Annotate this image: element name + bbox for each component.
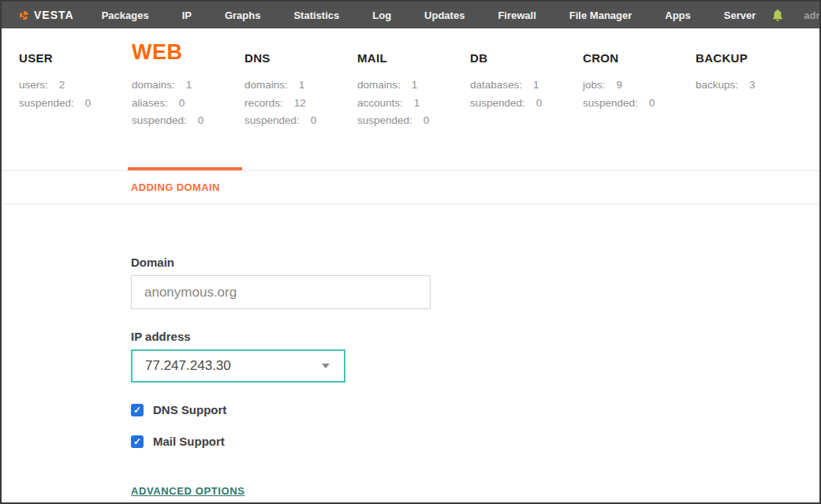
- vesta-control-panel-window: VESTA Packages IP Graphs Statistics Log …: [0, 0, 821, 504]
- stats-panel-backup: BACKUP backups:3: [696, 28, 808, 170]
- mail-support-checkbox[interactable]: [131, 435, 144, 448]
- stats-panel-dns-title[interactable]: DNS: [244, 51, 271, 65]
- ip-address-field-label: IP address: [131, 330, 819, 343]
- nav-item-server[interactable]: Server: [707, 9, 772, 21]
- stats-panel-dns: DNS domains:1 records:12 suspended:0: [244, 28, 357, 170]
- stats-panel-db-title[interactable]: DB: [470, 51, 487, 65]
- add-domain-form: Domain IP address 77.247.243.30 DNS Supp…: [2, 204, 819, 498]
- nav-item-firewall[interactable]: Firewall: [481, 9, 552, 21]
- top-navbar: VESTA Packages IP Graphs Statistics Log …: [2, 2, 819, 28]
- stats-panel-backup-title[interactable]: BACKUP: [696, 51, 748, 65]
- stat-row: suspended:0: [244, 112, 357, 130]
- stat-row: domains:1: [132, 77, 244, 95]
- brand-name: VESTA: [34, 9, 74, 21]
- dns-support-checkbox[interactable]: [131, 404, 144, 416]
- stat-row: suspended:0: [357, 112, 470, 130]
- stats-panel-cron-title[interactable]: CRON: [583, 51, 618, 65]
- stats-panel-web-title[interactable]: WEB: [132, 40, 183, 65]
- stat-row: suspended:0: [470, 95, 583, 113]
- stat-row: aliases:0: [132, 95, 244, 113]
- stat-row: suspended:0: [132, 112, 244, 130]
- nav-item-admin-user[interactable]: admin: [804, 9, 821, 21]
- page-tabbar: ADDING DOMAIN: [2, 171, 819, 204]
- stat-row: jobs:9: [583, 77, 696, 95]
- vesta-brand[interactable]: VESTA: [20, 9, 74, 21]
- nav-item-statistics[interactable]: Statistics: [277, 9, 356, 21]
- chevron-down-icon: [322, 364, 330, 368]
- stat-row: databases:1: [470, 77, 583, 95]
- stat-row: users:2: [19, 77, 132, 95]
- stat-row: suspended:0: [19, 95, 132, 113]
- nav-menu: Packages IP Graphs Statistics Log Update…: [85, 9, 773, 21]
- stats-panel-mail-title[interactable]: MAIL: [357, 51, 387, 65]
- stat-row: suspended:0: [583, 95, 696, 113]
- stat-row: accounts:1: [357, 95, 470, 113]
- navbar-right-group: admin Log out: [772, 3, 821, 27]
- stats-panel-db: DB databases:1 suspended:0: [470, 28, 583, 170]
- stat-row: backups:3: [696, 77, 808, 95]
- domain-input[interactable]: [131, 275, 431, 309]
- notifications-bell-icon[interactable]: [772, 9, 783, 21]
- nav-item-log[interactable]: Log: [356, 9, 408, 21]
- stats-panel-user: USER users:2 suspended:0: [19, 28, 132, 170]
- stats-panel-cron: CRON jobs:9 suspended:0: [583, 28, 696, 170]
- stats-overview: USER users:2 suspended:0 WEB domains:1 a…: [2, 28, 819, 171]
- active-section-indicator: [128, 167, 242, 170]
- nav-item-apps[interactable]: Apps: [648, 9, 707, 21]
- stat-row: domains:1: [357, 77, 470, 95]
- page-title-adding-domain: ADDING DOMAIN: [131, 181, 220, 193]
- vesta-logo-icon: [20, 11, 28, 20]
- stat-row: records:12: [244, 95, 357, 113]
- support-checkboxes: DNS Support Mail Support: [131, 403, 819, 448]
- dns-support-label: DNS Support: [153, 403, 226, 416]
- dns-support-row: DNS Support: [131, 403, 819, 416]
- ip-address-selected-value: 77.247.243.30: [145, 358, 322, 374]
- nav-item-graphs[interactable]: Graphs: [208, 9, 278, 21]
- nav-item-file-manager[interactable]: File Manager: [553, 9, 648, 21]
- nav-item-updates[interactable]: Updates: [408, 9, 481, 21]
- mail-support-row: Mail Support: [131, 435, 819, 448]
- advanced-options-link[interactable]: ADVANCED OPTIONS: [131, 485, 244, 497]
- stat-row: domains:1: [244, 77, 357, 95]
- nav-item-packages[interactable]: Packages: [85, 9, 166, 21]
- domain-field-label: Domain: [131, 256, 819, 269]
- stats-panel-mail: MAIL domains:1 accounts:1 suspended:0: [357, 28, 470, 170]
- ip-address-select[interactable]: 77.247.243.30: [131, 349, 345, 383]
- stats-panel-user-title[interactable]: USER: [19, 51, 53, 65]
- stats-panel-web: WEB domains:1 aliases:0 suspended:0: [132, 28, 244, 170]
- nav-item-ip[interactable]: IP: [166, 9, 208, 21]
- mail-support-label: Mail Support: [153, 435, 225, 448]
